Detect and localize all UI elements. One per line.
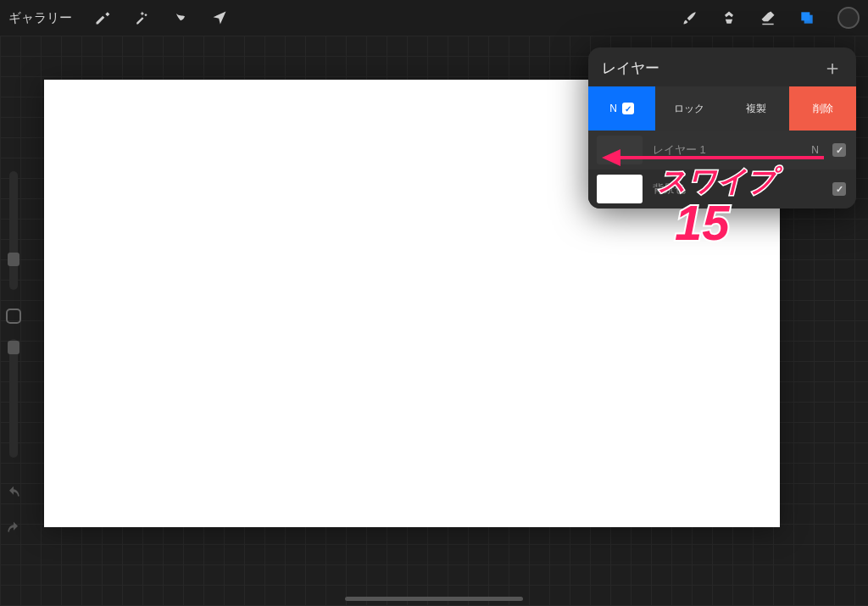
- add-layer-button[interactable]: ＋: [822, 58, 843, 78]
- layer-delete-action[interactable]: 削除: [789, 86, 856, 131]
- modifier-button[interactable]: [6, 309, 21, 324]
- smudge-icon[interactable]: [721, 9, 737, 26]
- color-picker-disc[interactable]: [837, 7, 860, 29]
- layer-swipe-actions: N ロック 複製 削除: [588, 86, 856, 131]
- eraser-icon[interactable]: [760, 9, 776, 26]
- opacity-slider[interactable]: [9, 339, 18, 458]
- brush-size-thumb[interactable]: [8, 253, 19, 266]
- layer-duplicate-action[interactable]: 複製: [722, 86, 789, 131]
- top-toolbar: ギャラリー: [0, 0, 868, 36]
- left-rail: [3, 171, 24, 458]
- transform-icon[interactable]: [211, 9, 228, 26]
- blend-mode-letter: N: [609, 103, 617, 114]
- layer-visibility-checkbox[interactable]: [832, 182, 846, 196]
- layer-row[interactable]: レイヤー 1 N: [588, 131, 856, 170]
- wrench-icon[interactable]: [94, 9, 111, 26]
- layer-blend-action[interactable]: N: [588, 86, 655, 131]
- redo-icon[interactable]: [5, 521, 22, 542]
- layer-blend-letter: N: [811, 144, 819, 156]
- layer-visibility-checkbox[interactable]: [832, 143, 846, 157]
- brush-size-slider[interactable]: [9, 171, 18, 290]
- layers-panel: レイヤー ＋ N ロック 複製 削除 レイヤー 1 N 背景色: [588, 47, 856, 208]
- layers-panel-title: レイヤー: [602, 58, 659, 78]
- undo-icon[interactable]: [5, 486, 22, 506]
- layer-row[interactable]: 背景色: [588, 170, 856, 208]
- undo-redo-group: [5, 486, 22, 542]
- blend-visibility-check: [622, 103, 634, 114]
- home-indicator: [345, 597, 523, 601]
- brush-icon[interactable]: [682, 9, 698, 26]
- layer-thumbnail: [597, 175, 643, 203]
- toolbar-right: [682, 7, 860, 29]
- layers-panel-header: レイヤー ＋: [588, 47, 856, 86]
- toolbar-left: ギャラリー: [8, 9, 228, 26]
- gallery-button[interactable]: ギャラリー: [8, 10, 72, 26]
- layer-lock-action[interactable]: ロック: [655, 86, 722, 131]
- layer-thumbnail: [597, 136, 643, 164]
- layers-icon[interactable]: [798, 9, 815, 26]
- wand-icon[interactable]: [133, 9, 150, 26]
- layer-name-label: 背景色: [653, 181, 809, 197]
- opacity-thumb[interactable]: [8, 341, 19, 354]
- selection-icon[interactable]: [172, 9, 189, 26]
- layer-name-label: レイヤー 1: [653, 142, 801, 158]
